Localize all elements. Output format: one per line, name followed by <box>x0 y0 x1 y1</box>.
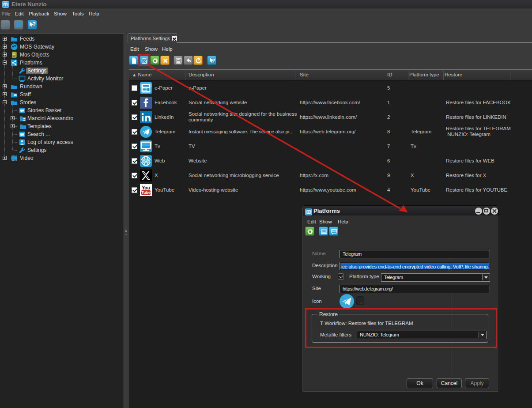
svg-text:HELP: HELP <box>331 230 336 233</box>
svg-text:?: ? <box>212 58 215 63</box>
svg-text:123: 123 <box>321 230 326 233</box>
